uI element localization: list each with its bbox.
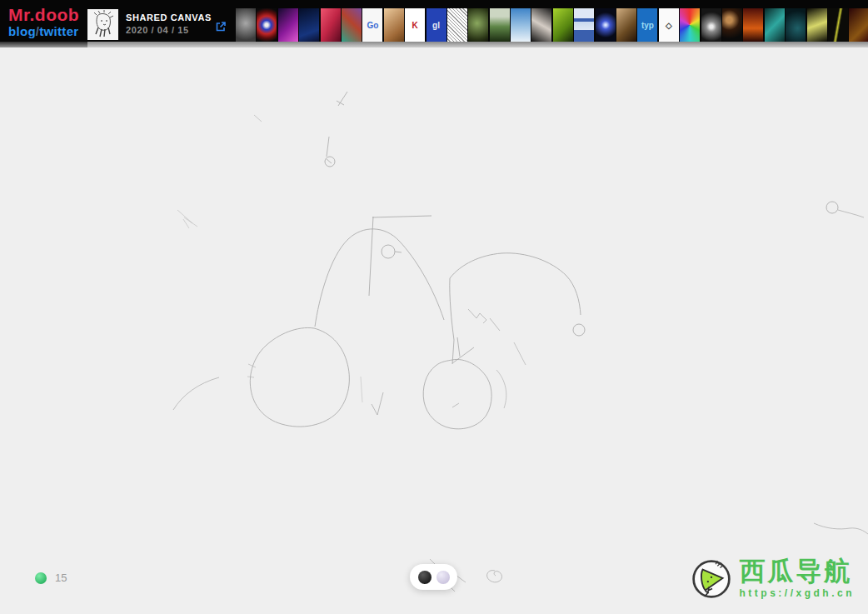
project-thumbnail-pink-triangles[interactable] [321,8,341,42]
project-thumbnail-sepia-figure[interactable] [616,8,636,42]
twitter-link[interactable]: twitter [39,24,78,38]
online-status-dot-icon [35,572,47,584]
watermark-text: 西瓜导航 https://xgdh.cn [740,558,856,598]
project-thumbnail-copper-dot-spheres[interactable] [722,8,742,42]
project-thumbnail-sky-clouds[interactable] [511,8,531,42]
avatar[interactable] [87,9,118,40]
project-thumbnail-red-k-letters[interactable]: K [405,8,425,42]
external-link-icon[interactable] [215,21,227,32]
project-thumbnail-teal-smoke[interactable] [786,8,806,42]
presence-indicator: 15 [35,572,67,584]
project-thumbnail-green-landscape[interactable] [490,8,510,42]
project-thumbnail-eye-closeup[interactable] [384,8,404,42]
header-bar: Mr.doob blog/twitter SHARED CANVAS 2020 … [0,0,868,42]
project-thumbnail-magenta-laser-lines[interactable] [278,8,298,42]
project-thumbnail-blue-bar-structure[interactable] [574,8,594,42]
project-thumbnail-gl-blue[interactable]: gl [427,8,446,42]
project-thumbnail-red-blue-target-rings[interactable] [257,8,277,42]
project-thumbnail-google-sketch[interactable]: Go [362,8,382,42]
project-thumbnail-white-lattice[interactable] [447,8,467,42]
project-thumbnail-gray-sculpture[interactable] [236,8,256,42]
project-thumbnail-marble-swirl[interactable] [531,8,551,42]
project-thumbnail-yellow-curve-dark[interactable] [828,8,848,42]
watermark-title: 西瓜导航 [740,558,856,584]
header-scrollbar-edge [0,42,87,47]
color-picker-toolbar [410,564,457,590]
project-thumbnail-dark-blue-figure[interactable] [299,8,319,42]
project-thumbnail-orange-fire[interactable] [743,8,763,42]
project-thumbnail-white-radial-glow[interactable] [701,8,721,42]
avatar-sketch-icon [87,9,118,40]
header-scrollbar-thumb[interactable] [87,42,868,47]
online-user-count: 15 [55,572,67,584]
project-date: 2020 / 04 / 15 [126,26,212,35]
project-info: SHARED CANVAS 2020 / 04 / 15 [126,13,212,35]
site-logo: Mr.doob blog/twitter [8,6,79,37]
project-thumbnail-moss-sphere[interactable] [468,8,488,42]
project-thumbnail-blue-glow[interactable] [596,8,616,42]
black-pen-swatch[interactable] [418,571,432,584]
project-thumbnail-colorful-spheres[interactable] [342,8,362,42]
project-thumbnail-color-wheel[interactable] [680,8,700,42]
project-thumbnail-green-iso-cubes[interactable] [553,8,573,42]
watermark: 西瓜导航 https://xgdh.cn [691,558,856,600]
logo-links: blog/twitter [8,25,79,37]
project-thumbnail-typ-blue[interactable]: typ [637,8,657,42]
project-thumbnail-teal-kaleidoscope[interactable] [765,8,785,42]
project-thumbnail-wireframe-polyhedron[interactable]: ◇ [659,8,679,42]
project-thumbnail-yellow-plant-strands[interactable] [807,8,827,42]
project-title: SHARED CANVAS [126,13,212,22]
project-thumbnail-maroon-skeleton[interactable] [849,8,868,42]
thumbnail-strip[interactable]: GoKgltyp◇ [236,8,868,42]
watermark-url: https://xgdh.cn [740,588,856,598]
logo-title-link[interactable]: Mr.doob [8,6,79,23]
shared-drawing-canvas[interactable] [0,47,868,614]
blog-link[interactable]: blog [8,24,36,38]
lavender-pen-swatch[interactable] [436,571,450,584]
header-scrollbar-track [0,42,868,47]
watermelon-logo-icon [691,558,732,600]
